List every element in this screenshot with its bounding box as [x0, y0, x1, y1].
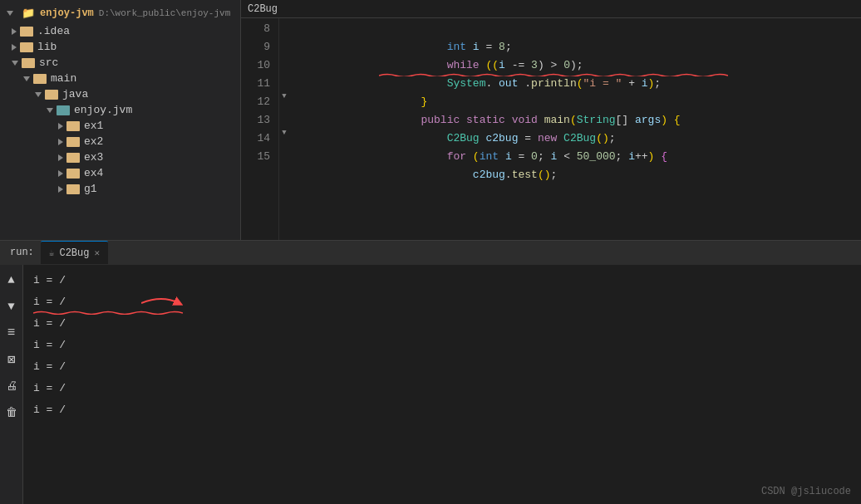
- code-line-15: c2bug.test();: [304, 148, 861, 166]
- tree-label-enjoyjvm: enjoy.jvm: [74, 104, 132, 116]
- folder-icon-src: [22, 58, 35, 68]
- watermark: CSDN @jsliucode: [761, 486, 851, 497]
- project-icon: 📁: [22, 7, 35, 20]
- project-header: 📁 enjoy-jvm D:\work_public\enjoy-jvm: [0, 3, 240, 23]
- folder-arrow-idea: [12, 28, 17, 35]
- tab-c2bug[interactable]: ☕ C2Bug ✕: [41, 241, 108, 264]
- folder-arrow-g1: [58, 186, 63, 193]
- tree-item-ex4[interactable]: ex4: [0, 165, 240, 181]
- tree-item-lib[interactable]: lib: [0, 39, 240, 55]
- console-btn-down[interactable]: ▼: [3, 298, 20, 315]
- console-line-1-text: i = /: [33, 270, 66, 291]
- tab-close-button[interactable]: ✕: [94, 247, 100, 258]
- tree-label-g1: g1: [84, 183, 97, 195]
- tree-item-java[interactable]: java: [0, 86, 240, 102]
- code-line-13: C2Bug c2bug = new C2Bug();: [304, 111, 861, 130]
- folder-arrow-ex2: [58, 139, 63, 145]
- tree-item-src[interactable]: src: [0, 55, 240, 71]
- fold-arrow-11[interactable]: ▼: [279, 91, 289, 101]
- folder-icon-ex1: [66, 121, 80, 131]
- tree-item-ex1[interactable]: ex1: [0, 118, 240, 134]
- folder-icon-idea: [20, 27, 33, 37]
- project-arrow: [7, 11, 13, 16]
- code-editor: C2Bug 8 9 10 11 12 13 14 15 ▼ ▼: [241, 0, 861, 240]
- tree-item-g1[interactable]: g1: [0, 181, 240, 197]
- console-line-4-text: i = /: [33, 335, 66, 356]
- tab-bar: run: ☕ C2Bug ✕: [0, 240, 861, 265]
- folder-arrow-ex3: [58, 154, 63, 161]
- tree-label-ex3: ex3: [84, 151, 103, 164]
- console-btn-clear[interactable]: 🗑: [3, 404, 20, 421]
- console-line-6-text: i = /: [33, 378, 66, 399]
- arrow-indicator: [141, 295, 183, 311]
- folder-arrow-java: [35, 92, 42, 97]
- tree-label-ex1: ex1: [84, 120, 103, 132]
- watermark-text: CSDN @jsliucode: [761, 486, 851, 497]
- tree-label-ex2: ex2: [84, 135, 103, 148]
- console-line-3: i = /: [33, 313, 851, 335]
- tab-label: C2Bug: [59, 247, 89, 259]
- folder-icon-lib: [20, 42, 33, 52]
- console-line-1: i = /: [33, 270, 851, 291]
- tree-label-java: java: [62, 88, 88, 100]
- console-area: ▲ ▼ ≡ ⊠ 🖨 🗑 i = / i = /: [0, 265, 861, 505]
- folder-icon-ex3: [66, 153, 80, 163]
- folder-arrow-src: [12, 61, 18, 66]
- console-line-7: i = /: [33, 399, 851, 421]
- console-line-5: i = /: [33, 356, 851, 378]
- console-line-5-text: i = /: [33, 356, 66, 378]
- tree-label-lib: lib: [37, 41, 57, 53]
- code-area[interactable]: int i = 8; while ((i -= 3) > 0); System.…: [294, 18, 861, 240]
- code-line-12: public static void main(String[] args) {: [304, 93, 861, 111]
- tree-item-idea[interactable]: .idea: [0, 23, 240, 39]
- tree-item-ex3[interactable]: ex3: [0, 149, 240, 165]
- folder-icon-java: [45, 90, 58, 100]
- folder-icon-main: [33, 74, 47, 84]
- console-output: i = / i = / i = / i = /: [23, 265, 861, 505]
- breadcrumb-bar: C2Bug: [241, 0, 861, 18]
- tree-label-src: src: [39, 56, 58, 69]
- console-btn-up[interactable]: ▲: [3, 272, 20, 288]
- console-line-3-text: i = /: [33, 313, 66, 335]
- console-toolbar: ▲ ▼ ≡ ⊠ 🖨 🗑: [0, 265, 23, 505]
- project-path: D:\work_public\enjoy-jvm: [99, 8, 230, 18]
- tree-label-idea: .idea: [37, 25, 70, 37]
- console-line-4: i = /: [33, 335, 851, 356]
- run-text: run:: [10, 247, 34, 258]
- line-numbers: 8 9 10 11 12 13 14 15: [241, 18, 279, 240]
- code-line-9: while ((i -= 3) > 0);: [304, 38, 861, 56]
- tree-item-enjoyjvm[interactable]: enjoy.jvm: [0, 102, 240, 118]
- code-gutter: ▼ ▼: [279, 18, 294, 240]
- code-line-11: }: [304, 75, 861, 93]
- tree-item-ex2[interactable]: ex2: [0, 134, 240, 149]
- run-label: run:: [3, 247, 41, 258]
- folder-arrow-lib: [12, 44, 17, 51]
- folder-icon-ex2: [66, 137, 80, 147]
- tree-item-main[interactable]: main: [0, 71, 240, 86]
- console-btn-print[interactable]: 🖨: [3, 378, 20, 394]
- folder-icon-g1: [66, 184, 80, 194]
- console-btn-stop[interactable]: ⊠: [3, 351, 20, 368]
- code-line-8: int i = 8;: [304, 20, 861, 38]
- folder-arrow-enjoyjvm: [47, 108, 53, 113]
- folder-icon-enjoyjvm: [57, 105, 70, 115]
- console-line-7-text: i = /: [33, 399, 66, 421]
- code-content[interactable]: 8 9 10 11 12 13 14 15 ▼ ▼ int i = 8;: [241, 18, 861, 240]
- tree-label-ex4: ex4: [84, 167, 103, 179]
- code-line-10: System. out .println("i = " + i);: [304, 56, 861, 75]
- code-line-14: for (int i = 0; i < 50_000; i++) {: [304, 130, 861, 148]
- console-line-2-text: i = /: [33, 291, 66, 313]
- project-name: enjoy-jvm: [40, 7, 94, 19]
- folder-arrow-ex4: [58, 170, 63, 177]
- folder-arrow-ex1: [58, 123, 63, 130]
- console-line-2: i = /: [33, 291, 851, 313]
- fold-arrow-12[interactable]: ▼: [279, 128, 289, 138]
- breadcrumb-label: C2Bug: [248, 3, 278, 15]
- console-line-6: i = /: [33, 378, 851, 399]
- file-tree: 📁 enjoy-jvm D:\work_public\enjoy-jvm .id…: [0, 0, 241, 240]
- tree-label-main: main: [51, 72, 76, 85]
- folder-icon-ex4: [66, 169, 80, 179]
- tab-file-icon: ☕: [49, 247, 55, 258]
- console-btn-wrap[interactable]: ≡: [3, 325, 20, 341]
- folder-arrow-main: [23, 76, 30, 81]
